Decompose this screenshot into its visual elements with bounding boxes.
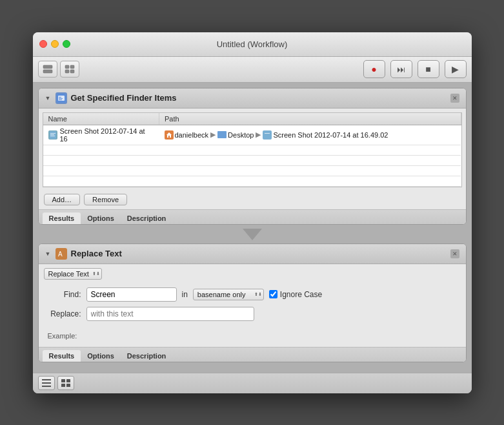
example-label: Example:	[48, 329, 77, 342]
collapse-icon-2[interactable]: ▼	[45, 251, 52, 257]
table-row-empty-2	[43, 155, 461, 165]
run-button[interactable]: ▶	[445, 60, 467, 78]
in-label: in	[182, 290, 188, 299]
add-button[interactable]: Add…	[44, 194, 81, 205]
svg-rect-23	[42, 386, 51, 387]
window-title: Untitled (Workflow)	[217, 39, 288, 49]
svg-rect-4	[65, 70, 69, 73]
svg-rect-21	[42, 379, 51, 380]
svg-rect-8	[59, 97, 61, 98]
toolbar-right: ● ⏭ ■ ▶	[363, 60, 467, 78]
svg-rect-3	[70, 65, 74, 68]
table-row-empty-1	[43, 145, 461, 155]
replace-input[interactable]	[86, 307, 254, 321]
stop-button[interactable]: ■	[418, 60, 439, 78]
get-finder-items-close[interactable]: ✕	[450, 94, 459, 103]
remove-button[interactable]: Remove	[84, 194, 127, 205]
screenshot-icon	[263, 130, 272, 140]
file-path-cell: danielbeck ▶ Desktop ▶	[159, 125, 461, 145]
in-select[interactable]: basename only full name extension	[193, 289, 264, 300]
find-input[interactable]	[86, 287, 177, 302]
maximize-button[interactable]	[63, 40, 70, 48]
table-row-empty-3	[43, 165, 461, 176]
minimize-button[interactable]	[51, 40, 59, 48]
svg-rect-0	[43, 65, 52, 68]
file-icon	[48, 130, 57, 140]
svg-rect-16	[264, 131, 270, 139]
svg-rect-2	[65, 65, 69, 68]
ignore-case-row: Ignore Case	[269, 290, 322, 299]
file-name-cell: Screen Shot 2012-07-14 at 16	[43, 125, 159, 145]
svg-marker-18	[243, 229, 262, 240]
title-bar: Untitled (Workflow)	[33, 32, 472, 57]
svg-marker-15	[166, 132, 172, 138]
home-icon	[165, 130, 174, 140]
svg-rect-13	[50, 134, 54, 135]
toolbar: ● ⏭ ■ ▶	[33, 57, 472, 83]
svg-text:A: A	[58, 251, 63, 258]
connector-arrow	[243, 229, 262, 240]
main-window: Untitled (Workflow) ●	[33, 32, 472, 393]
tab-results-2[interactable]: Results	[43, 350, 81, 362]
svg-rect-25	[66, 379, 70, 382]
replace-mode-wrapper: Replace Text	[44, 268, 102, 280]
tab-results-1[interactable]: Results	[43, 212, 81, 224]
get-finder-items-block: ▼ Get Specified Finder Items ✕ Name	[38, 88, 467, 225]
svg-rect-9	[59, 98, 63, 99]
view-list-button[interactable]	[38, 61, 57, 78]
svg-rect-12	[50, 133, 55, 134]
find-row: Find: in basename only full name extensi…	[48, 287, 457, 302]
finder-icon	[55, 92, 67, 104]
find-label: Find:	[48, 290, 81, 299]
replace-content: Find: in basename only full name extensi…	[39, 281, 466, 347]
get-finder-items-title: Get Specified Finder Items	[71, 93, 177, 103]
svg-rect-26	[61, 384, 65, 387]
tab-options-1[interactable]: Options	[81, 212, 121, 224]
grid-view-button[interactable]	[57, 376, 74, 390]
replace-text-title: Replace Text	[71, 249, 122, 258]
list-view-button[interactable]	[38, 376, 55, 390]
finder-items-table: Name Path	[43, 113, 461, 187]
replace-tabs: Results Options Description	[39, 347, 466, 362]
collapse-icon[interactable]: ▼	[45, 95, 52, 101]
svg-rect-1	[43, 70, 52, 73]
tab-description-1[interactable]: Description	[121, 212, 173, 224]
ignore-case-checkbox[interactable]	[269, 290, 277, 298]
svg-rect-5	[70, 70, 74, 73]
in-select-wrapper: basename only full name extension	[193, 289, 264, 300]
table-row[interactable]: Screen Shot 2012-07-14 at 16 danielbeck …	[43, 125, 461, 145]
tab-options-2[interactable]: Options	[81, 350, 121, 362]
svg-rect-22	[42, 382, 51, 384]
table-row-empty-4	[43, 176, 461, 186]
view-grid-button[interactable]	[60, 61, 79, 78]
col-path-header: Path	[159, 113, 461, 125]
replace-dropdown-row: Replace Text	[39, 264, 466, 281]
svg-rect-24	[61, 379, 65, 382]
finder-tabs: Results Options Description	[39, 209, 466, 224]
replace-text-block: ▼ A Replace Text ✕ Replace Text	[38, 244, 467, 362]
replace-row: Replace:	[48, 307, 457, 321]
toolbar-left	[38, 61, 79, 78]
example-area: Example:	[48, 326, 457, 340]
skip-button[interactable]: ⏭	[390, 60, 412, 78]
replace-text-close[interactable]: ✕	[450, 249, 459, 258]
get-finder-items-header: ▼ Get Specified Finder Items ✕	[39, 88, 466, 109]
svg-rect-10	[59, 99, 62, 100]
col-name-header: Name	[43, 113, 159, 125]
content-area: ▼ Get Specified Finder Items ✕ Name	[33, 83, 472, 373]
close-button[interactable]	[39, 40, 47, 48]
traffic-lights	[39, 40, 70, 48]
replace-icon: A	[55, 248, 67, 260]
record-button[interactable]: ●	[363, 60, 385, 78]
folder-icon	[217, 131, 227, 138]
svg-rect-14	[50, 136, 55, 136]
ignore-case-label: Ignore Case	[280, 290, 322, 299]
tab-description-2[interactable]: Description	[121, 350, 173, 362]
finder-action-buttons: Add… Remove	[39, 191, 466, 209]
svg-rect-27	[66, 384, 70, 387]
bottom-toolbar	[33, 373, 472, 393]
replace-mode-select[interactable]: Replace Text	[44, 268, 102, 280]
svg-rect-17	[265, 133, 270, 134]
replace-text-header: ▼ A Replace Text ✕	[39, 244, 466, 264]
replace-label: Replace:	[48, 309, 81, 318]
